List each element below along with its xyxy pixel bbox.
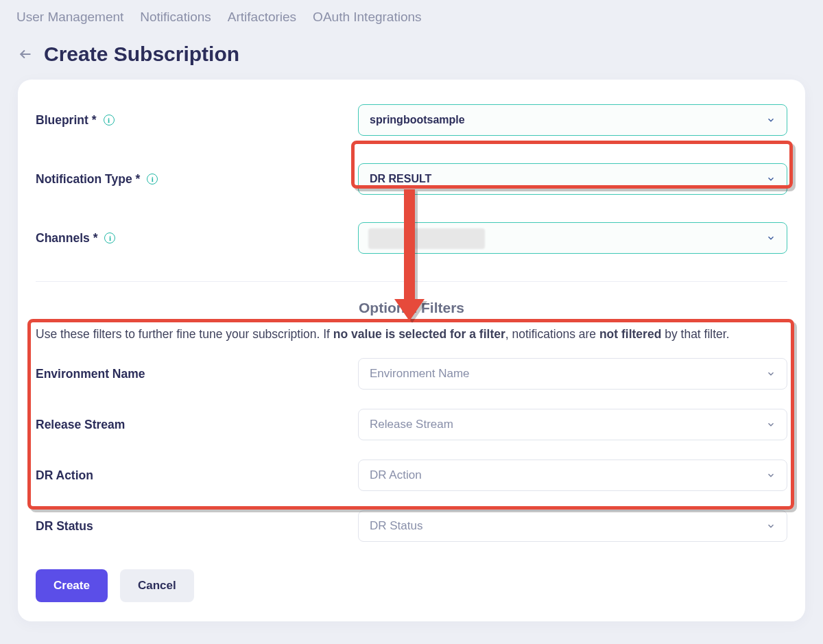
select-dr-status[interactable]: DR Status: [358, 510, 787, 542]
create-button[interactable]: Create: [36, 569, 108, 602]
info-icon[interactable]: i: [147, 174, 158, 184]
label-blueprint: Blueprint * i: [36, 113, 358, 128]
chevron-down-icon: [766, 174, 776, 184]
optional-filters-title: Optional Filters: [36, 300, 787, 316]
label-release-stream: Release Stream: [36, 418, 358, 432]
cancel-button[interactable]: Cancel: [120, 569, 194, 602]
page-title: Create Subscription: [44, 43, 239, 66]
optional-filters-help: Use these filters to further fine tune y…: [36, 327, 787, 342]
row-channels: Channels * i: [36, 222, 787, 254]
select-notification-type[interactable]: DR RESULT: [358, 163, 787, 195]
select-environment-name-placeholder: Environment Name: [370, 367, 470, 381]
chevron-down-icon: [766, 420, 776, 429]
channels-redacted-value: [368, 228, 485, 249]
info-icon[interactable]: i: [104, 115, 115, 126]
label-dr-action: DR Action: [36, 468, 358, 483]
chevron-down-icon: [766, 233, 776, 243]
select-dr-action-placeholder: DR Action: [370, 468, 422, 482]
nav-item-oauth-integrations[interactable]: OAuth Integrations: [313, 10, 421, 25]
info-icon[interactable]: i: [104, 232, 115, 243]
nav-item-notifications[interactable]: Notifications: [140, 10, 211, 25]
chevron-down-icon: [766, 470, 776, 480]
row-notification-type: Notification Type * i DR RESULT: [36, 163, 787, 195]
arrow-left-icon: [19, 47, 32, 61]
row-environment-name: Environment Name Environment Name: [36, 358, 787, 390]
label-dr-status: DR Status: [36, 519, 358, 534]
select-release-stream-placeholder: Release Stream: [370, 418, 453, 431]
chevron-down-icon: [766, 115, 776, 125]
select-dr-status-placeholder: DR Status: [370, 519, 422, 533]
form-card: Blueprint * i springbootsample Notificat…: [18, 80, 805, 621]
select-notification-type-value: DR RESULT: [370, 173, 431, 185]
select-environment-name[interactable]: Environment Name: [358, 358, 787, 390]
select-blueprint[interactable]: springbootsample: [358, 104, 787, 136]
row-dr-status: DR Status DR Status: [36, 510, 787, 542]
select-dr-action[interactable]: DR Action: [358, 460, 787, 491]
row-blueprint: Blueprint * i springbootsample: [36, 104, 787, 136]
top-nav: User Management Notifications Artifactor…: [0, 0, 823, 43]
row-dr-action: DR Action DR Action: [36, 460, 787, 491]
nav-item-user-management[interactable]: User Management: [16, 10, 123, 25]
nav-item-artifactories[interactable]: Artifactories: [228, 10, 296, 25]
back-button[interactable]: [16, 45, 34, 63]
divider: [36, 281, 787, 282]
select-blueprint-value: springbootsample: [370, 114, 465, 126]
button-row: Create Cancel: [36, 569, 194, 602]
label-notification-type: Notification Type * i: [36, 172, 358, 187]
chevron-down-icon: [766, 521, 776, 531]
row-release-stream: Release Stream Release Stream: [36, 409, 787, 440]
label-channels: Channels * i: [36, 231, 358, 246]
chevron-down-icon: [766, 369, 776, 379]
select-channels[interactable]: [358, 222, 787, 254]
select-release-stream[interactable]: Release Stream: [358, 409, 787, 440]
label-environment-name: Environment Name: [36, 367, 358, 381]
page-header: Create Subscription: [0, 43, 823, 80]
